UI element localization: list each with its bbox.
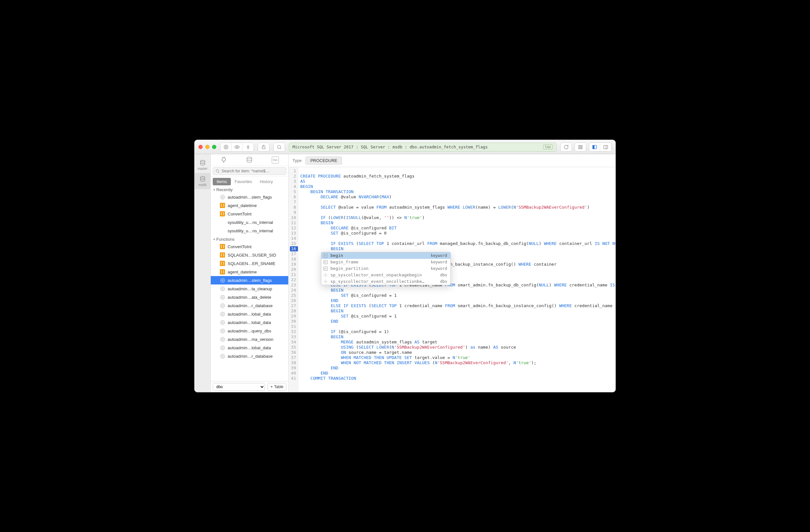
add-table-button[interactable]: + Table — [268, 383, 286, 391]
autocomplete-popup[interactable]: beginkeywordbegin_framekeywordbegin_part… — [321, 252, 451, 285]
gear-icon — [220, 194, 225, 200]
function-icon: () — [220, 211, 225, 216]
svg-rect-13 — [581, 147, 582, 149]
tree-item-label: autoadmin…lobal_data — [228, 345, 271, 350]
functions-row[interactable]: autoadmin…query_dbs — [211, 327, 288, 335]
svg-rect-12 — [579, 147, 580, 149]
gear-icon — [323, 279, 328, 284]
functions-row[interactable]: ()SQLAGEN…SUSER_SID — [211, 251, 288, 259]
left-pane-button[interactable] — [589, 143, 600, 151]
minimize-icon[interactable] — [205, 145, 209, 149]
autocomplete-kind: keyword — [431, 253, 447, 258]
svg-point-24 — [247, 157, 252, 159]
line-gutter: 1234567891011121314151617181920212223242… — [289, 167, 298, 392]
svg-point-30 — [222, 313, 223, 315]
schema-select[interactable]: dbo — [213, 383, 265, 391]
svg-point-20 — [222, 157, 225, 161]
type-value-chip[interactable]: PROCEDURE — [306, 156, 342, 165]
db-label: msdb — [198, 183, 206, 187]
type-label: Type — [292, 158, 302, 163]
tree-item-label: autoadmin…lobal_data — [228, 320, 271, 325]
tree-item-label: agent_datetime — [228, 269, 257, 275]
function-icon: () — [220, 203, 225, 208]
svg-rect-15 — [593, 145, 594, 149]
tab-history[interactable]: History — [256, 178, 277, 185]
search-button[interactable] — [274, 143, 285, 151]
close-icon[interactable] — [198, 145, 202, 149]
tree-item-label: SQLAGEN…ER_SNAME — [228, 261, 275, 266]
database-icon[interactable] — [246, 156, 253, 164]
functions-row[interactable]: autoadmin…r_database — [211, 352, 288, 360]
right-pane-button[interactable] — [600, 143, 611, 151]
functions-row[interactable]: autoadmin…ma_version — [211, 335, 288, 344]
functions-row[interactable]: ()agent_datetime — [211, 268, 288, 276]
functions-row[interactable]: autoadmin…r_database — [211, 301, 288, 310]
tree-item-label: autoadmin…query_dbs — [228, 329, 271, 333]
svg-point-25 — [222, 196, 223, 198]
functions-row[interactable]: autoadmin…ata_delete — [211, 293, 288, 301]
autocomplete-name: begin — [330, 253, 428, 258]
tree-item-label: autoadmin…stem_flags — [228, 278, 272, 283]
functions-row[interactable]: autoadmin…lobal_data — [211, 344, 288, 352]
code-editor[interactable]: 1234567891011121314151617181920212223242… — [289, 167, 615, 392]
sql-icon[interactable]: SQL — [272, 156, 279, 164]
autocomplete-kind: keyword — [431, 266, 447, 271]
functions-row[interactable]: autoadmin…ta_cleanup — [211, 284, 288, 293]
recently-row[interactable]: autoadmin…stem_flags — [211, 193, 288, 201]
cancel-button[interactable] — [221, 143, 231, 151]
tree-item-label: ConvertToInt — [228, 244, 252, 249]
window-controls — [198, 145, 216, 149]
tree-item-label: autoadmin…r_database — [228, 354, 273, 359]
recently-row[interactable]: sysutility_u…ns_internal — [211, 227, 288, 235]
tree-item-label: SQLAGEN…SUSER_SID — [228, 253, 276, 257]
lock-button[interactable] — [258, 143, 269, 151]
recently-row[interactable]: ()agent_datetime — [211, 201, 288, 210]
functions-row[interactable]: autoadmin…lobal_data — [211, 310, 288, 318]
autocomplete-item[interactable]: sp_syscollector_event_onpackagebegindbo — [321, 272, 450, 278]
toolbar-cancel-group — [220, 143, 254, 152]
svg-rect-37 — [324, 260, 327, 264]
svg-point-34 — [222, 347, 223, 348]
gear-icon — [220, 353, 225, 359]
search-input[interactable] — [213, 167, 286, 175]
autocomplete-item[interactable]: beginkeyword — [321, 252, 450, 259]
autocomplete-item[interactable]: sp_syscollector_event_oncollectionbe…dbo — [321, 278, 450, 285]
functions-row[interactable]: autoadmin…stem_flags — [211, 276, 288, 284]
section-recently[interactable]: Recently — [211, 185, 288, 193]
svg-point-35 — [222, 355, 223, 357]
functions-row[interactable]: autoadmin…lobal_data — [211, 318, 288, 327]
autocomplete-name: begin_frame — [330, 260, 428, 265]
grid-view-button[interactable] — [575, 143, 586, 151]
db-item-msdb[interactable]: msdb — [195, 173, 210, 189]
app-window: Microsoft SQL Server 2017 : SQL Server :… — [194, 140, 616, 392]
gear-icon — [220, 303, 225, 308]
tab-items[interactable]: Items — [213, 178, 231, 185]
functions-row[interactable]: ()SQLAGEN…ER_SNAME — [211, 259, 288, 268]
keyword-icon — [323, 260, 328, 264]
svg-rect-11 — [581, 145, 582, 147]
gear-icon — [323, 273, 328, 277]
autocomplete-item[interactable]: begin_framekeyword — [321, 259, 450, 265]
tree-item-label: sysutility_u…ns_internal — [228, 220, 273, 225]
titlebar: Microsoft SQL Server 2017 : SQL Server :… — [195, 140, 615, 154]
tree-item-label: autoadmin…ata_delete — [228, 295, 271, 300]
tree-item-label: autoadmin…ma_version — [228, 337, 273, 342]
tab-favorites[interactable]: Favorites — [231, 178, 256, 185]
plug-icon[interactable] — [220, 156, 227, 164]
preview-button[interactable] — [231, 143, 243, 151]
recently-row[interactable]: ()ConvertToInt — [211, 210, 288, 218]
tree-item-label: autoadmin…r_database — [228, 303, 273, 308]
refresh-button[interactable] — [561, 143, 572, 151]
autocomplete-item[interactable]: begin_partitionkeyword — [321, 265, 450, 272]
navigator-tree[interactable]: Recently autoadmin…stem_flags()agent_dat… — [211, 185, 288, 381]
functions-row[interactable]: ()ConvertToInt — [211, 242, 288, 251]
maximize-icon[interactable] — [212, 145, 216, 149]
commit-button[interactable] — [243, 143, 254, 151]
database-icon — [199, 160, 206, 166]
autocomplete-kind: dbo — [440, 272, 447, 278]
table-icon — [220, 220, 225, 225]
db-item-master[interactable]: master — [195, 157, 210, 173]
recently-row[interactable]: sysutility_u…ns_internal — [211, 218, 288, 227]
section-functions[interactable]: Functions — [211, 235, 288, 242]
breadcrumb[interactable]: Microsoft SQL Server 2017 : SQL Server :… — [289, 143, 556, 152]
